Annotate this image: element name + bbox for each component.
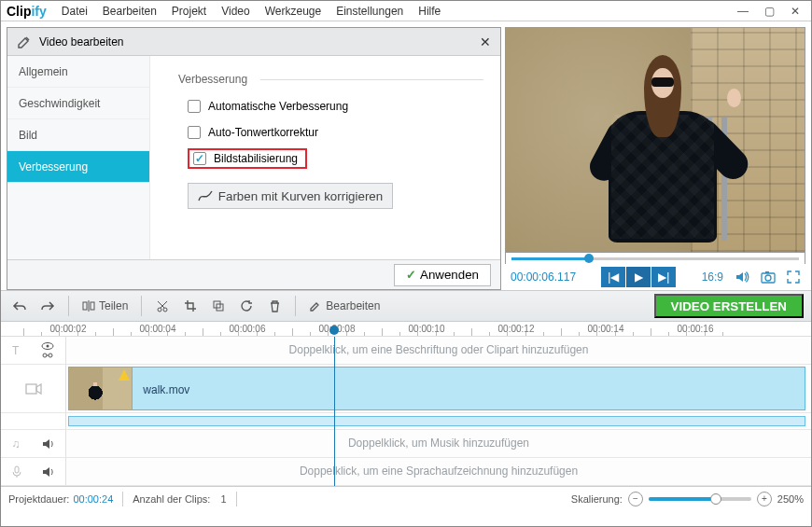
- playhead[interactable]: [334, 337, 335, 486]
- menu-bearbeiten[interactable]: Bearbeiten: [95, 5, 164, 18]
- tab-allgemein[interactable]: Allgemein: [7, 56, 149, 88]
- timeline-tracks: T Doppelklick, um eine Beschriftung oder…: [1, 337, 811, 486]
- clip-thumbnail: [69, 368, 133, 409]
- zoom-in-button[interactable]: +: [757, 492, 772, 506]
- checkbox-row[interactable]: Automatische Verbesserung: [188, 95, 483, 118]
- aspect-ratio[interactable]: 16:9: [702, 270, 723, 284]
- zoom-out-button[interactable]: −: [628, 492, 643, 506]
- scrub-handle[interactable]: [584, 254, 594, 263]
- highlighted-option: Bildstabilisierung: [188, 148, 307, 169]
- side-tabs: Allgemein Geschwindigkeit Bild Verbesser…: [7, 56, 149, 259]
- volume-icon[interactable]: [735, 270, 749, 284]
- undo-button[interactable]: [8, 295, 31, 317]
- panel-close-button[interactable]: ✕: [480, 35, 491, 49]
- menu-hilfe[interactable]: Hilfe: [411, 5, 448, 18]
- checkbox-row[interactable]: Auto-Tonwertkorrektur: [188, 121, 483, 144]
- check-icon: ✓: [406, 268, 416, 282]
- scale-label: Skalierung:: [571, 493, 623, 505]
- speaker-icon[interactable]: [42, 466, 55, 478]
- menu-datei[interactable]: Datei: [54, 5, 95, 18]
- video-clip[interactable]: walk.mov: [68, 367, 805, 410]
- edit-button[interactable]: Bearbeiten: [305, 295, 384, 317]
- speaker-icon[interactable]: [42, 438, 55, 450]
- time-ruler[interactable]: 00:00:0200:00:0400:00:0600:00:0800:00:10…: [1, 322, 811, 337]
- svg-rect-4: [91, 302, 94, 310]
- ruler-label: 00:00:02: [50, 324, 87, 334]
- music-hint[interactable]: Doppelklick, um Musik hinzuzufügen: [66, 430, 811, 456]
- video-audio-track: [1, 413, 811, 430]
- window-maximize-button[interactable]: ▢: [759, 4, 779, 19]
- svg-point-11: [47, 344, 49, 347]
- curves-icon: [198, 189, 213, 202]
- music-icon: ♫: [12, 437, 21, 451]
- text-icon[interactable]: T: [12, 344, 19, 357]
- checkbox-label: Automatische Verbesserung: [208, 100, 348, 113]
- visibility-toggles[interactable]: [41, 341, 54, 360]
- curves-button[interactable]: Farben mit Kurven korrigieren: [188, 183, 393, 209]
- timecode: 00:00:06.117: [511, 270, 576, 284]
- video-track: walk.mov: [1, 365, 811, 413]
- menu-werkzeuge[interactable]: Werkzeuge: [258, 5, 329, 18]
- audio-clip[interactable]: [68, 416, 805, 425]
- voice-track: Doppelklick, um eine Sprachaufzeichnung …: [1, 458, 811, 486]
- caption-hint[interactable]: Doppelklick, um eine Beschriftung oder C…: [66, 337, 811, 363]
- group-label: Verbesserung: [178, 73, 483, 86]
- play-button[interactable]: ▶: [626, 267, 651, 287]
- svg-point-7: [163, 308, 167, 312]
- apply-button[interactable]: ✓Anwenden: [394, 264, 491, 286]
- ruler-label: 00:00:12: [498, 324, 535, 334]
- warning-icon: [119, 369, 130, 381]
- create-video-button[interactable]: VIDEO ERSTELLEN: [654, 294, 804, 318]
- menu-video[interactable]: Video: [214, 5, 257, 18]
- tab-bild[interactable]: Bild: [7, 119, 149, 151]
- svg-point-6: [158, 308, 161, 312]
- project-duration: 00:00:24: [73, 493, 113, 505]
- voice-hint[interactable]: Doppelklick, um eine Sprachaufzeichnung …: [66, 458, 811, 484]
- svg-rect-14: [26, 384, 36, 394]
- ruler-label: 00:00:10: [409, 324, 445, 334]
- checkbox-label: Auto-Tonwertkorrektur: [208, 126, 318, 139]
- split-button[interactable]: Teilen: [78, 295, 132, 317]
- svg-rect-2: [765, 271, 769, 273]
- tab-verbesserung[interactable]: Verbesserung: [7, 151, 149, 183]
- zoom-slider[interactable]: [649, 497, 751, 501]
- fullscreen-icon[interactable]: [787, 270, 800, 284]
- svg-rect-3: [83, 302, 87, 310]
- svg-point-1: [765, 275, 771, 281]
- ruler-label: 00:00:04: [140, 324, 176, 334]
- panel-title-bar: Video bearbeiten ✕: [7, 28, 500, 56]
- mic-icon: [11, 465, 22, 478]
- delete-button[interactable]: [263, 295, 286, 317]
- copy-button[interactable]: [207, 295, 230, 317]
- checkbox[interactable]: [193, 152, 206, 165]
- menu-einstellungen[interactable]: Einstellungen: [329, 5, 411, 18]
- checkbox-label: Bildstabilisierung: [214, 152, 298, 165]
- checkbox[interactable]: [188, 100, 201, 113]
- menu-projekt[interactable]: Projekt: [164, 5, 214, 18]
- edit-video-panel: Video bearbeiten ✕ Allgemein Geschwindig…: [7, 27, 501, 290]
- tab-geschwindigkeit[interactable]: Geschwindigkeit: [7, 88, 149, 119]
- prev-button[interactable]: |◀: [601, 267, 625, 287]
- form-area: Verbesserung Automatische VerbesserungAu…: [149, 56, 500, 259]
- video-track-icon: [25, 382, 42, 395]
- apply-bar: ✓Anwenden: [7, 259, 500, 289]
- edit-icon: [17, 35, 32, 49]
- svg-point-13: [49, 354, 52, 357]
- video-preview[interactable]: [505, 27, 805, 253]
- music-track: ♫ Doppelklick, um Musik hinzuzufügen: [1, 430, 811, 458]
- checkbox[interactable]: [188, 126, 201, 139]
- window-close-button[interactable]: ✕: [785, 4, 805, 19]
- scrub-bar[interactable]: [505, 253, 805, 264]
- snapshot-icon[interactable]: [761, 270, 776, 284]
- svg-rect-15: [15, 466, 19, 473]
- zoom-knob[interactable]: [710, 493, 721, 505]
- checkbox-row[interactable]: Bildstabilisierung: [188, 147, 483, 170]
- cut-button[interactable]: [151, 295, 174, 317]
- crop-button[interactable]: [179, 295, 202, 317]
- ruler-label: 00:00:14: [588, 324, 624, 334]
- window-minimize-button[interactable]: —: [733, 4, 753, 19]
- next-button[interactable]: ▶|: [651, 267, 676, 287]
- redo-button[interactable]: [36, 295, 59, 317]
- rotate-button[interactable]: [235, 295, 258, 317]
- project-duration-label: Projektdauer:: [8, 493, 69, 505]
